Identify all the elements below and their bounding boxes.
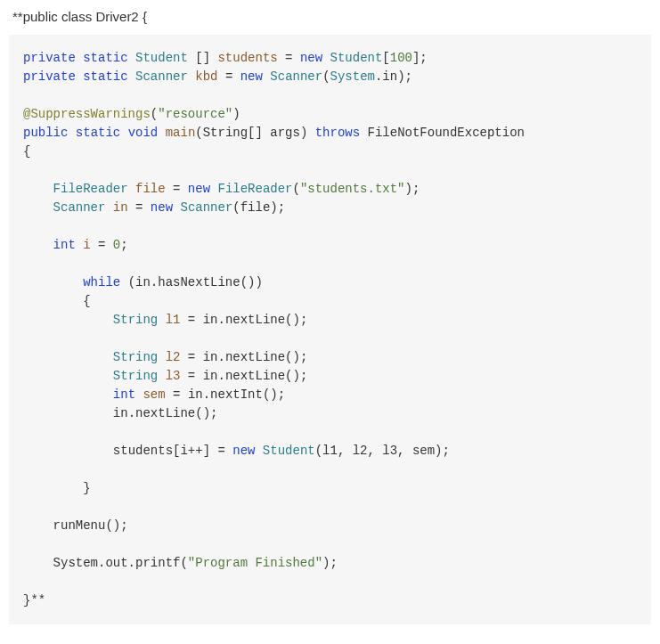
txt: ]; <box>412 51 428 65</box>
brace: { <box>23 144 30 159</box>
kw: static <box>83 51 127 65</box>
kw: new <box>232 444 255 458</box>
txt: ( <box>322 69 330 84</box>
type: FileReader <box>210 182 292 196</box>
num: 100 <box>390 51 412 65</box>
type: String <box>113 313 158 327</box>
type: Scanner <box>173 200 232 215</box>
kw: static <box>83 69 127 84</box>
txt: ); <box>322 556 338 570</box>
kw: private <box>23 51 76 65</box>
var: l3 <box>166 369 181 383</box>
var: file <box>135 182 166 196</box>
var: in <box>113 200 128 215</box>
txt: .in); <box>375 69 412 84</box>
line-5: public static void main(String[] args) t… <box>23 126 525 140</box>
kw: private <box>23 69 76 84</box>
type: String <box>113 350 158 364</box>
txt: runMenu(); <box>53 518 128 533</box>
line-22: students[i++] = new Student(l1, l2, l3, … <box>113 444 450 458</box>
txt: ( <box>151 107 158 121</box>
var: sem <box>143 387 165 402</box>
txt: students[i++] = <box>113 444 232 458</box>
kw: new <box>300 51 322 65</box>
method: main <box>166 126 196 140</box>
var: i <box>83 238 90 252</box>
type: System <box>330 69 375 84</box>
line-13: while (in.hasNextLine()) <box>83 275 263 289</box>
txt: = in.nextLine(); <box>180 369 307 383</box>
line-9: Scanner in = new Scanner(file); <box>53 200 286 215</box>
txt: [ <box>382 51 389 65</box>
type: Student <box>135 51 188 65</box>
txt: (l1, l2, l3, sem); <box>315 444 450 458</box>
kw: new <box>151 200 173 215</box>
txt: System.out.printf( <box>53 556 188 570</box>
txt: ( <box>293 182 300 196</box>
line-17: String l2 = in.nextLine(); <box>113 350 307 364</box>
kw: new <box>188 182 210 196</box>
txt: (file); <box>232 200 285 215</box>
txt: ) <box>232 107 240 121</box>
kw: while <box>83 275 120 289</box>
line-18: String l3 = in.nextLine(); <box>113 369 307 383</box>
type: Student <box>322 51 382 65</box>
kw: int <box>53 238 76 252</box>
txt: (in.hasNextLine()) <box>120 275 263 289</box>
str: "Program Finished" <box>188 556 322 570</box>
txt: [] <box>188 51 218 65</box>
var: kbd <box>195 69 217 84</box>
type: Scanner <box>53 200 106 215</box>
type: String <box>113 369 158 383</box>
txt: = <box>166 182 188 196</box>
kw: throws <box>315 126 360 140</box>
str: "resource" <box>158 107 232 121</box>
txt: = <box>278 51 300 65</box>
annotation: @SuppressWarnings <box>23 107 151 121</box>
class-declaration-header: **public class Driver2 { <box>9 9 651 24</box>
line-15: String l1 = in.nextLine(); <box>113 313 307 327</box>
line-8: FileReader file = new FileReader("studen… <box>53 182 420 196</box>
line-1: private static Student [] students = new… <box>23 51 428 65</box>
type: Student <box>255 444 314 458</box>
txt: = <box>217 69 240 84</box>
brace: { <box>83 294 90 308</box>
kw: static <box>76 126 120 140</box>
txt: ; <box>120 238 127 252</box>
txt: (String[] args) <box>195 126 314 140</box>
var: l1 <box>166 313 181 327</box>
brace: } <box>83 481 90 495</box>
type: Scanner <box>135 69 188 84</box>
txt: = in.nextInt(); <box>166 387 285 402</box>
line-28: System.out.printf("Program Finished"); <box>53 556 338 570</box>
line-11: int i = 0; <box>53 238 128 252</box>
txt: FileNotFoundException <box>360 126 525 140</box>
var: students <box>217 51 277 65</box>
code-block: private static Student [] students = new… <box>9 35 651 624</box>
txt: ); <box>405 182 420 196</box>
type: FileReader <box>53 182 128 196</box>
txt: = in.nextLine(); <box>180 313 307 327</box>
line-4: @SuppressWarnings("resource") <box>23 107 240 121</box>
kw: new <box>240 69 263 84</box>
kw: void <box>128 126 159 140</box>
str: "students.txt" <box>300 182 405 196</box>
type: Scanner <box>263 69 322 84</box>
num: 0 <box>113 238 120 252</box>
var: l2 <box>166 350 181 364</box>
closing-brace: }** <box>23 593 45 607</box>
txt: = <box>91 238 113 252</box>
kw: int <box>113 387 135 402</box>
txt: = <box>128 200 151 215</box>
line-2: private static Scanner kbd = new Scanner… <box>23 69 412 84</box>
txt: = in.nextLine(); <box>180 350 307 364</box>
txt: in.nextLine(); <box>113 406 218 420</box>
line-19: int sem = in.nextInt(); <box>113 387 285 402</box>
kw: public <box>23 126 68 140</box>
